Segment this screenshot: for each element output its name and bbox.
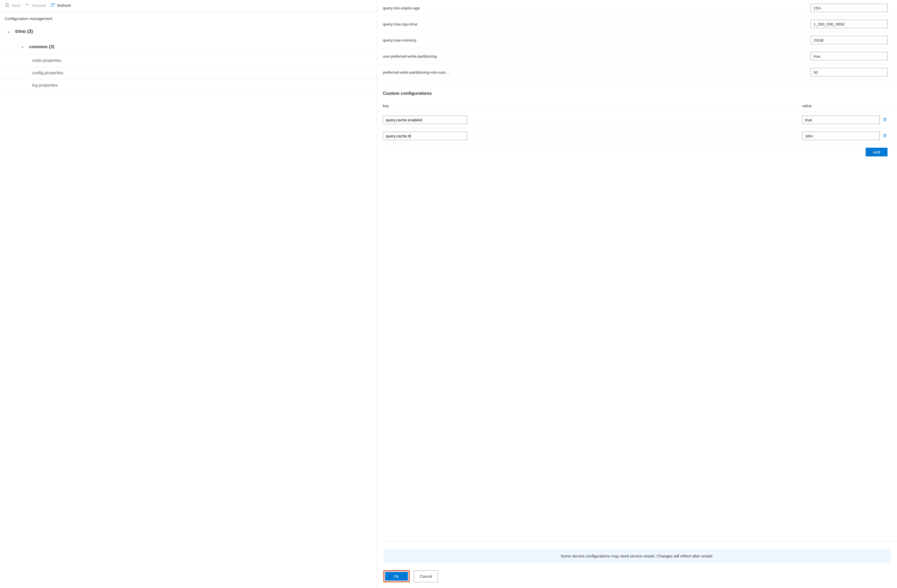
config-row: query.min-expire-age xyxy=(377,0,897,16)
config-value-input[interactable] xyxy=(811,36,888,44)
tree-item-file[interactable]: config.properties xyxy=(0,67,377,79)
custom-header-row: key value xyxy=(377,98,897,112)
refresh-button[interactable]: Refresh xyxy=(50,3,71,8)
svg-rect-0 xyxy=(6,3,8,4)
toolbar: Save Discard Refresh xyxy=(0,0,377,12)
config-tree: trino (3) common (3) node.properties con… xyxy=(0,22,377,94)
config-value-input[interactable] xyxy=(811,20,888,28)
config-label: query.max-memory xyxy=(383,38,805,42)
undo-icon xyxy=(25,3,30,8)
config-row: preferred-write-partitioning-min-num… xyxy=(377,64,897,80)
config-label: use-preferred-write-partitioning xyxy=(383,54,805,58)
config-value-input[interactable] xyxy=(811,52,888,60)
footer: Some service configurations may need ser… xyxy=(377,541,897,588)
discard-button[interactable]: Discard xyxy=(25,3,46,8)
section-title: Configuration management xyxy=(0,12,377,22)
info-banner: Some service configurations may need ser… xyxy=(383,549,891,563)
tree-item-common[interactable]: common (3) xyxy=(0,38,377,54)
right-panel: query.min-expire-age query.max-cpu-time … xyxy=(377,0,897,588)
chevron-down-icon xyxy=(7,30,11,34)
add-bar: Add xyxy=(377,144,897,160)
discard-label: Discard xyxy=(32,3,46,8)
custom-config-row xyxy=(377,128,897,144)
save-button[interactable]: Save xyxy=(5,3,21,8)
custom-value-header: value xyxy=(802,104,888,108)
ok-highlight-box: Ok xyxy=(383,570,410,582)
custom-key-input[interactable] xyxy=(383,116,467,124)
config-label: query.max-cpu-time xyxy=(383,22,805,26)
tree-item-file[interactable]: log.properties xyxy=(0,79,377,92)
ok-button[interactable]: Ok xyxy=(385,572,408,580)
tree-label: log.properties xyxy=(32,83,58,88)
trash-icon xyxy=(883,117,887,123)
save-icon xyxy=(5,3,9,8)
tree-item-trino[interactable]: trino (3) xyxy=(0,25,377,38)
config-row: query.max-cpu-time xyxy=(377,16,897,32)
tree-label: common (3) xyxy=(29,44,54,49)
config-label: preferred-write-partitioning-min-num… xyxy=(383,70,805,75)
config-value-input[interactable] xyxy=(811,4,888,12)
tree-label: node.properties xyxy=(32,58,61,63)
config-label: query.min-expire-age xyxy=(383,6,805,10)
scroll-area[interactable]: query.min-expire-age query.max-cpu-time … xyxy=(377,0,897,541)
cancel-button[interactable]: Cancel xyxy=(414,570,438,582)
config-value-input[interactable] xyxy=(811,68,888,77)
custom-config-row xyxy=(377,112,897,128)
custom-key-input[interactable] xyxy=(383,132,467,140)
tree-item-file[interactable]: node.properties xyxy=(0,55,377,67)
custom-value-input[interactable] xyxy=(802,116,880,124)
trash-icon xyxy=(883,133,887,139)
delete-row-button[interactable] xyxy=(882,133,888,138)
tree-label: trino (3) xyxy=(15,29,33,34)
chevron-down-icon xyxy=(21,45,24,49)
config-row: use-preferred-write-partitioning xyxy=(377,48,897,64)
custom-value-input[interactable] xyxy=(802,132,880,140)
add-button[interactable]: Add xyxy=(866,148,888,156)
save-label: Save xyxy=(12,3,21,8)
config-row: query.max-memory xyxy=(377,32,897,48)
refresh-icon xyxy=(50,3,55,8)
svg-rect-1 xyxy=(6,5,8,7)
custom-key-header: key xyxy=(383,104,797,108)
delete-row-button[interactable] xyxy=(882,117,888,122)
refresh-label: Refresh xyxy=(57,3,71,8)
custom-configs-heading: Custom configurations xyxy=(377,80,897,98)
footer-buttons: Ok Cancel xyxy=(383,570,891,582)
tree-label: config.properties xyxy=(32,70,63,75)
left-panel: Save Discard Refresh Configuration manag… xyxy=(0,0,377,588)
